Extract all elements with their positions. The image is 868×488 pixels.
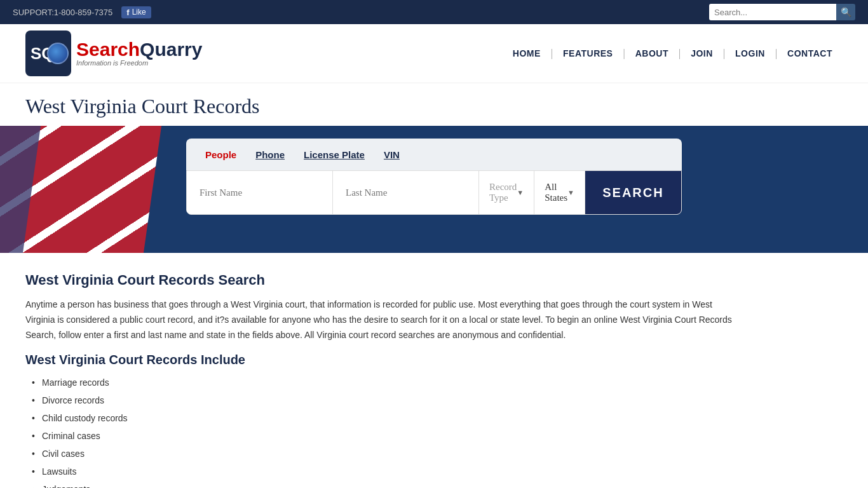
nav-about[interactable]: ABOUT <box>625 48 679 58</box>
fb-like-button[interactable]: Like <box>121 6 151 18</box>
content-section-title: West Virginia Court Records Search <box>25 272 737 288</box>
logo-brand-name: SearchQuarry <box>76 40 202 59</box>
fb-like-label: Like <box>132 8 146 17</box>
tab-phone[interactable]: Phone <box>255 146 285 163</box>
first-name-input[interactable] <box>187 171 333 214</box>
all-states-dropdown[interactable]: All States ▼ <box>534 171 585 214</box>
logo-globe <box>47 43 69 64</box>
support-phone: 1-800-859-7375 <box>54 8 113 17</box>
nav-links: HOME | FEATURES | ABOUT | JOIN | LOGIN |… <box>503 48 843 59</box>
nav-login[interactable]: LOGIN <box>725 48 775 58</box>
search-form: Record Type ▼ All States ▼ SEARCH <box>186 170 682 215</box>
logo: SQ SearchQuarry Information is Freedom <box>25 30 202 76</box>
page-title-area: West Virginia Court Records <box>0 83 868 126</box>
content-paragraph: Anytime a person has business that goes … <box>25 297 737 342</box>
search-button[interactable]: SEARCH <box>585 171 681 214</box>
top-search-input[interactable] <box>709 4 836 20</box>
all-states-label: All States <box>545 182 567 203</box>
logo-icon: SQ <box>25 30 71 76</box>
list-item: Marriage records <box>32 374 737 391</box>
nav-join[interactable]: JOIN <box>681 48 723 58</box>
page-title: West Virginia Court Records <box>25 95 843 118</box>
top-bar: SUPPORT:1-800-859-7375 Like 🔍 <box>0 0 868 24</box>
support-text: SUPPORT:1-800-859-7375 <box>13 8 112 17</box>
tab-people[interactable]: People <box>205 146 236 163</box>
list-item: Lawsuits <box>32 463 737 480</box>
list-item: Civil cases <box>32 445 737 463</box>
top-search-bar: 🔍 <box>709 4 855 20</box>
list-item: Judgements <box>32 480 737 488</box>
tab-license-plate[interactable]: License Plate <box>304 146 365 163</box>
nav-home[interactable]: HOME <box>503 48 551 58</box>
nav-bar: SQ SearchQuarry Information is Freedom H… <box>0 24 868 83</box>
main-content: West Virginia Court Records Search Anyti… <box>0 253 763 488</box>
all-states-arrow-icon: ▼ <box>567 189 574 196</box>
hero-section: People Phone License Plate VIN Record Ty… <box>0 126 868 253</box>
search-tabs: People Phone License Plate VIN <box>186 139 682 170</box>
record-type-dropdown[interactable]: Record Type ▼ <box>479 171 534 214</box>
top-bar-left: SUPPORT:1-800-859-7375 Like <box>13 6 151 18</box>
last-name-input[interactable] <box>333 171 479 214</box>
list-item: Criminal cases <box>32 427 737 445</box>
nav-contact[interactable]: CONTACT <box>777 48 843 58</box>
content-include-title: West Virginia Court Records Include <box>25 353 737 367</box>
logo-tagline: Information is Freedom <box>76 59 202 67</box>
top-search-button[interactable]: 🔍 <box>836 4 855 20</box>
logo-text: SearchQuarry Information is Freedom <box>76 40 202 67</box>
support-label: SUPPORT: <box>13 8 54 17</box>
list-item: Divorce records <box>32 391 737 409</box>
record-type-label: Record Type <box>489 182 517 203</box>
search-icon: 🔍 <box>841 7 851 17</box>
list-item: Child custody records <box>32 409 737 427</box>
record-type-arrow-icon: ▼ <box>517 189 524 196</box>
records-list: Marriage recordsDivorce recordsChild cus… <box>32 374 737 488</box>
tab-vin[interactable]: VIN <box>384 146 400 163</box>
hero-content: People Phone License Plate VIN Record Ty… <box>186 139 682 215</box>
nav-features[interactable]: FEATURES <box>553 48 623 58</box>
